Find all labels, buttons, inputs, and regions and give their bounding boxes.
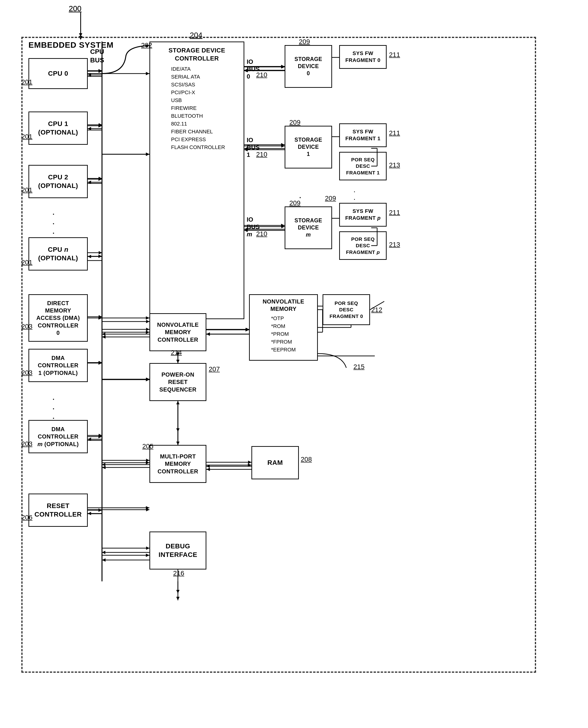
io-bus-m-ref: 210 xyxy=(256,230,267,238)
sys-fw-frag1-box: SYS FWFRAGMENT 1 xyxy=(339,123,386,147)
dma1-box: DMACONTROLLER1 (OPTIONAL) xyxy=(28,349,88,382)
dmam-box: DMACONTROLLERm (OPTIONAL) xyxy=(28,420,88,453)
mp-mem-ctrl-ref: 205 xyxy=(142,442,153,450)
cpu1-ref: 201 xyxy=(21,133,33,141)
nv-mem-ctrl-box: NONVOLATILEMEMORYCONTROLLER xyxy=(149,313,206,351)
nv-mem-box: NONVOLATILEMEMORY *OTP*ROM*PROM*FPROM*EE… xyxy=(249,294,318,361)
nv-mem-ctrl-ref: 214 xyxy=(171,349,182,356)
sys-fw-frag0-label: SYS FWFRAGMENT 0 xyxy=(345,50,380,64)
cpu0-ref: 201 xyxy=(21,78,33,86)
cpu1-box: CPU 1(OPTIONAL) xyxy=(28,111,88,145)
dma1-label: DMACONTROLLER1 (OPTIONAL) xyxy=(38,354,79,377)
sys-fw-frag1-ref: 211 xyxy=(389,129,400,137)
sys-fw-fragp-ref: 211 xyxy=(389,209,400,216)
por-seq-fragp-box: POR SEQDESCFRAGMENT p xyxy=(339,231,386,260)
por-seq-frag0-ref: 212 xyxy=(371,306,382,314)
nv-mem-ctrl-label: NONVOLATILEMEMORYCONTROLLER xyxy=(157,321,199,344)
mp-mem-ctrl-box: MULTI-PORTMEMORYCONTROLLER xyxy=(149,445,206,483)
svg-marker-91 xyxy=(79,33,82,37)
ram-ref: 208 xyxy=(301,456,312,463)
reset-ref: 206 xyxy=(21,514,33,521)
ref-200-label: 200 xyxy=(69,4,81,13)
cpun-box: CPU n(OPTIONAL) xyxy=(28,237,88,271)
nv-mem-title: NONVOLATILEMEMORY xyxy=(262,298,304,313)
dma-ellipsis: ··· xyxy=(52,394,55,422)
por-seq-fragp-ref: 213 xyxy=(389,241,400,248)
storage-dev1-box: STORAGEDEVICE1 xyxy=(285,126,332,168)
io-bus-0-ref: 210 xyxy=(256,71,267,79)
por-seq-frag1-box: POR SEQDESCFRAGMENT 1 xyxy=(339,152,386,180)
ram-label: RAM xyxy=(267,458,283,467)
storage-dev0-label: STORAGEDEVICE0 xyxy=(295,56,322,77)
cpun-label: CPU n(OPTIONAL) xyxy=(38,245,78,263)
debug-interface-box: DEBUGINTERFACE xyxy=(149,532,206,569)
sys-fw-frag0-ref: 211 xyxy=(389,51,400,59)
reset-controller-label: RESET CONTROLLER xyxy=(29,502,87,519)
dma0-box: DIRECTMEMORYACCESS (DMA)CONTROLLER0 xyxy=(28,294,88,342)
cpu0-label: CPU 0 xyxy=(48,69,68,78)
mp-mem-ctrl-label: MULTI-PORTMEMORYCONTROLLER xyxy=(158,453,198,475)
cpu-bus-label: CPUBUS xyxy=(90,47,104,65)
storage-dev0-box: STORAGEDEVICE0 xyxy=(285,45,332,88)
storage-ctrl-ref: 202 xyxy=(141,42,152,49)
por-seq-ref: 207 xyxy=(209,366,220,373)
page: 200 xyxy=(0,0,588,728)
dma0-label: DIRECTMEMORYACCESS (DMA)CONTROLLER0 xyxy=(36,299,80,336)
storage-ctrl-protocols: IDE/ATASERIAL ATASCSI/SASPCI/PCI-XUSBFIR… xyxy=(169,65,225,151)
storage-ctrl-title: STORAGE DEVICECONTROLLER xyxy=(168,46,225,63)
cpun-ref: 201 xyxy=(21,258,33,266)
sys-fw-frag1-label: SYS FWFRAGMENT 1 xyxy=(345,128,380,142)
cpu2-box: CPU 2(OPTIONAL) xyxy=(28,165,88,198)
cpu1-label: CPU 1(OPTIONAL) xyxy=(38,120,78,137)
nv-mem-types: *OTP*ROM*PROM*FPROM*EEPROM xyxy=(271,314,296,354)
debug-interface-label: DEBUGINTERFACE xyxy=(159,542,197,559)
por-sequencer-box: POWER-ONRESETSEQUENCER xyxy=(149,363,206,401)
por-seq-frag1-ref: 213 xyxy=(389,161,400,169)
cpu0-box: CPU 0 xyxy=(28,58,88,89)
cpu-ellipsis: ··· xyxy=(52,209,55,237)
io-bus-1-ref: 210 xyxy=(256,151,267,158)
storage-dev0-209-ref: 209 xyxy=(299,38,310,45)
ref-215: 215 xyxy=(353,363,364,371)
dmam-ref: 203 xyxy=(21,440,33,448)
dma1-ref: 203 xyxy=(21,369,33,377)
dmam-label: DMACONTROLLERm (OPTIONAL) xyxy=(38,425,79,448)
storage-dev1-label: STORAGEDEVICE1 xyxy=(295,137,322,158)
sys-fw-fragp-label: SYS FWFRAGMENT p xyxy=(345,208,380,222)
storage-devm-label: STORAGEDEVICEm xyxy=(295,217,322,238)
cpu2-ref: 201 xyxy=(21,186,33,194)
ref-209-dots: 209 xyxy=(325,194,336,202)
por-seq-frag0-box: POR SEQDESCFRAGMENT 0 xyxy=(322,294,370,325)
por-seq-frag0-label: POR SEQDESCFRAGMENT 0 xyxy=(330,300,363,319)
reset-controller-box: RESET CONTROLLER xyxy=(28,494,88,527)
storage-dev1-209-ref: 209 xyxy=(289,119,300,126)
ref-204: 204 xyxy=(190,31,202,40)
storage-device-controller-box: STORAGE DEVICECONTROLLER IDE/ATASERIAL A… xyxy=(149,42,244,319)
ram-box: RAM xyxy=(251,446,299,479)
cpu2-label: CPU 2(OPTIONAL) xyxy=(38,173,78,190)
storage-devm-209-ref: 209 xyxy=(289,199,300,207)
sys-fw-fragp-box: SYS FWFRAGMENT p xyxy=(339,203,386,227)
por-seq-fragp-label: POR SEQDESCFRAGMENT p xyxy=(346,236,380,255)
por-seq-frag1-label: POR SEQDESCFRAGMENT 1 xyxy=(346,157,380,176)
por-sequencer-label: POWER-ONRESETSEQUENCER xyxy=(160,371,197,393)
debug-ref: 216 xyxy=(173,569,184,577)
storage-devm-box: STORAGEDEVICEm xyxy=(285,206,332,249)
dma0-ref: 203 xyxy=(21,323,33,330)
sys-fw-frag0-box: SYS FWFRAGMENT 0 xyxy=(339,45,386,69)
